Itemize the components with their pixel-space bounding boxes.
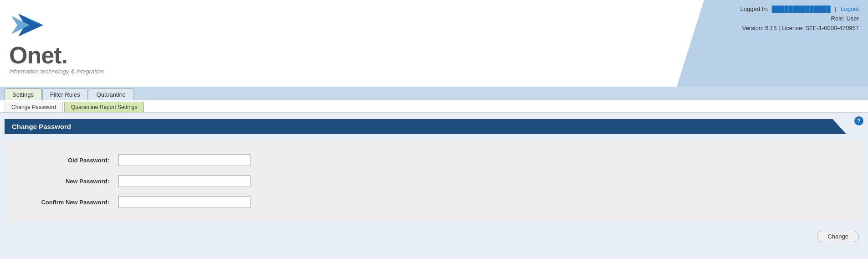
footer-line bbox=[5, 247, 863, 249]
new-password-input[interactable] bbox=[118, 175, 250, 187]
logout-link[interactable]: Logout bbox=[841, 5, 859, 12]
panel-header: Change Password bbox=[5, 119, 846, 134]
old-password-input[interactable] bbox=[118, 154, 250, 166]
onet-logo-icon bbox=[9, 9, 50, 41]
sub-tab-quarantine-report-settings[interactable]: Quarantine Report Settings bbox=[64, 102, 144, 112]
panel-title: Change Password bbox=[12, 123, 71, 130]
sub-tabs: Change Password Quarantine Report Settin… bbox=[0, 100, 868, 113]
logged-in-line: Logged In: ██████████████ | Logout bbox=[740, 5, 859, 14]
user-info-panel: Logged In: ██████████████ | Logout Role:… bbox=[740, 5, 859, 33]
main-content: Change Password ? Old Password: New Pass… bbox=[0, 113, 868, 259]
panel-wrapper: Change Password ? bbox=[0, 113, 868, 134]
version-line: Version: 6.15 | License: STE-1-0000-4709… bbox=[740, 24, 859, 33]
old-password-label: Old Password: bbox=[18, 157, 109, 164]
header: Onet. Information technology & integrati… bbox=[0, 0, 868, 87]
panel-header-wrap: Change Password bbox=[5, 119, 863, 134]
help-icon[interactable]: ? bbox=[854, 116, 863, 125]
tab-quarantine[interactable]: Quarantine bbox=[89, 88, 133, 100]
new-password-label: New Password: bbox=[18, 178, 109, 185]
tab-filter-rules[interactable]: Filter Rules bbox=[42, 88, 88, 100]
old-password-row: Old Password: bbox=[5, 150, 863, 171]
sub-tab-change-password[interactable]: Change Password bbox=[5, 102, 63, 112]
logo-text: Onet. bbox=[9, 43, 104, 67]
tab-settings[interactable]: Settings bbox=[5, 88, 41, 100]
separator: | bbox=[835, 5, 836, 12]
logo-tagline: Information technology & integration bbox=[9, 68, 104, 75]
change-button[interactable]: Change bbox=[817, 231, 859, 242]
logged-in-user: ██████████████ bbox=[772, 5, 831, 12]
nav-tabs: Settings Filter Rules Quarantine bbox=[0, 87, 868, 100]
new-password-row: New Password: bbox=[5, 171, 863, 192]
confirm-password-input[interactable] bbox=[118, 196, 250, 208]
logo-area: Onet. Information technology & integrati… bbox=[9, 5, 104, 75]
role-line: Role: User bbox=[740, 14, 859, 24]
confirm-password-label: Confirm New Password: bbox=[18, 199, 109, 206]
confirm-password-row: Confirm New Password: bbox=[5, 192, 863, 213]
logged-in-label: Logged In: bbox=[740, 5, 768, 12]
change-btn-row: Change bbox=[0, 226, 868, 247]
change-password-form: Old Password: New Password: Confirm New … bbox=[5, 140, 863, 222]
